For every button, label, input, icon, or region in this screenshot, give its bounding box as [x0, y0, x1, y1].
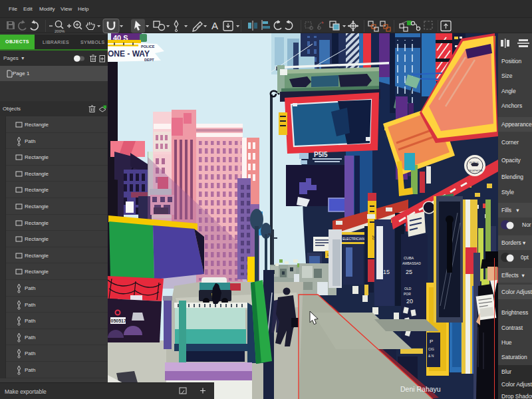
svg-text:25: 25 [406, 269, 412, 275]
svg-text:P: P [430, 338, 433, 344]
svg-text:A: A [211, 20, 218, 31]
svg-text:PUBLIC: PUBLIC [469, 161, 479, 164]
svg-text:DEPT: DEPT [144, 58, 154, 62]
svg-text:20: 20 [372, 235, 376, 240]
svg-text:ONE - WAY: ONE - WAY [108, 49, 150, 59]
svg-text:ELECTRICIAN: ELECTRICIAN [342, 237, 364, 241]
svg-text:050517: 050517 [111, 319, 126, 323]
svg-text:P5l5: P5l5 [314, 151, 328, 158]
svg-text:Deni Rahayu: Deni Rahayu [400, 385, 441, 393]
svg-text:POLICE: POLICE [141, 45, 155, 49]
svg-text:& N: & N [428, 354, 434, 358]
svg-text:POR: POR [404, 292, 411, 296]
svg-text:200%: 200% [55, 29, 65, 33]
svg-text:CUBA: CUBA [404, 256, 414, 260]
svg-text:AMBASSAD: AMBASSAD [402, 261, 421, 265]
svg-text:OLD: OLD [404, 287, 412, 291]
svg-text:15: 15 [383, 269, 390, 275]
svg-text:CIG: CIG [428, 347, 434, 351]
svg-text:20: 20 [406, 298, 413, 305]
svg-text:TELEPHONE: TELEPHONE [468, 170, 483, 172]
